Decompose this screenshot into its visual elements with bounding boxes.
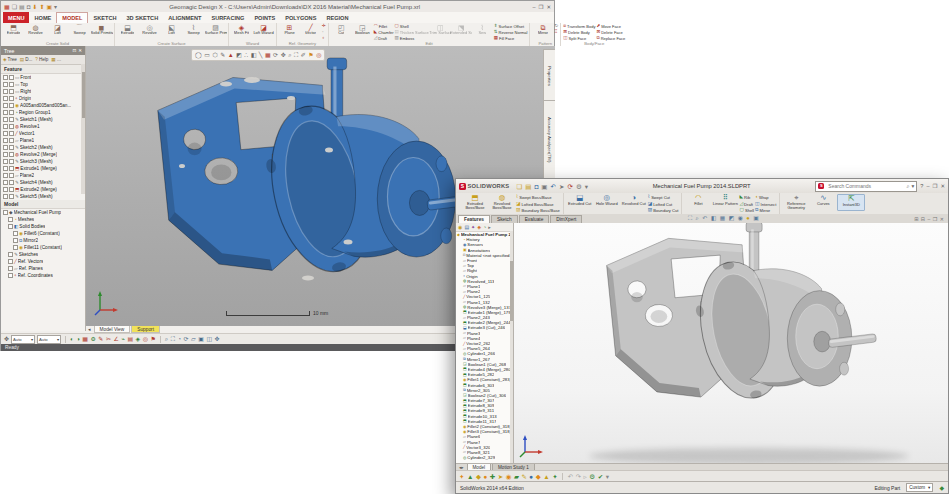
expand-toggle-icon[interactable] (3, 82, 8, 87)
gx-panel-tab[interactable]: ?Help (35, 57, 48, 62)
ref-point-icon[interactable]: ✛ (322, 24, 326, 29)
gx-feature-item[interactable]: ⌖ Origin (1, 95, 85, 102)
expand-toggle-icon[interactable] (8, 224, 13, 229)
gx-model-item[interactable]: ✎ Sketches (1, 251, 85, 258)
expand-toggle-icon[interactable] (3, 180, 8, 185)
sw-ribbon-button[interactable]: ⌇Swept Boss/Base (516, 195, 560, 201)
expand-toggle-icon[interactable] (3, 75, 8, 80)
visibility-toggle-icon[interactable] (9, 124, 14, 129)
edit-mode-icon[interactable]: ✐ (301, 52, 306, 58)
gx-ribbon-button[interactable]: ⇅Reverse Normal (494, 30, 528, 35)
gx-feature-item[interactable]: ◔ Region Group1 (1, 109, 85, 116)
sw-ribbon-button[interactable]: ∿Curves (810, 194, 836, 211)
gx-feature-item[interactable]: ✎ Sketch5 (Mesh) (1, 193, 85, 200)
sketch-tool-icon[interactable]: ✎ (98, 336, 103, 342)
add-tool-icon[interactable]: ✚ (490, 473, 495, 480)
sw-viewport[interactable] (514, 223, 948, 464)
expand-toggle-icon[interactable] (3, 103, 8, 108)
sw-search-box[interactable]: S ⌕ ▾ (815, 181, 917, 192)
expand-toggle-icon[interactable] (3, 145, 8, 150)
expand-toggle-icon[interactable] (8, 273, 13, 278)
appearance-icon[interactable]: ● (746, 215, 750, 221)
open-file-icon[interactable]: ▤ (19, 4, 25, 10)
sw-ribbon-button[interactable]: ◑Revolved Cut (621, 194, 647, 206)
sw-window-control-button[interactable]: ❐ (932, 183, 937, 189)
gx-filter-combo-2[interactable]: Auto▾ (37, 335, 61, 344)
sw-ribbon-button[interactable]: ◣Rib (739, 195, 754, 201)
gx-menu-tab[interactable]: POINTS (249, 12, 280, 23)
macro-caret-icon[interactable]: ▾ (606, 473, 609, 480)
gx-panel-header-button[interactable]: ✕ (78, 48, 82, 53)
visibility-toggle-icon[interactable] (9, 96, 14, 101)
sw-tree-scrollbar[interactable] (510, 231, 514, 464)
target-display-icon[interactable]: ◎ (143, 336, 148, 342)
gx-view-tab[interactable]: Model View (94, 326, 131, 333)
new-doc-icon[interactable]: ❏ (516, 183, 522, 190)
gx-feature-item[interactable]: ⬒ Extrude1 (Merge) (1, 165, 85, 172)
sw-ribbon-button[interactable]: ▨Boundary Cut (648, 208, 679, 214)
gx-ribbon-button[interactable]: ◎Revolve (139, 24, 160, 35)
sw-doc-window-button[interactable]: ❐ (933, 216, 937, 222)
sw-ribbon-button[interactable]: ◠Fillet (685, 194, 711, 206)
sw-ribbon-button[interactable]: ⇱Instant3D (837, 194, 865, 211)
check-macro-icon[interactable]: ✔ (598, 473, 603, 480)
sw-doc-window-button[interactable]: ✕ (940, 216, 944, 222)
expand-toggle-icon[interactable] (3, 124, 8, 129)
gx-menu-tab[interactable]: SKETCH (88, 12, 121, 23)
gx-feature-item[interactable]: ✎ Sketch1 (Mesh) (1, 116, 85, 123)
sw-feature-tree-item[interactable]: ◆ Mechanical Fuel Pump 2014 (D (456, 232, 513, 237)
sw-ribbon-button[interactable]: ⬓Extruded Cut (567, 194, 593, 206)
sw-ribbon-button[interactable]: ◫Intersect (755, 202, 776, 208)
selection-filter-icon[interactable]: ✥ (4, 336, 9, 342)
select-circle-icon[interactable]: ◯ (195, 52, 202, 58)
view-wireframe-icon[interactable]: ◑ (76, 336, 80, 342)
gx-panel-header-button[interactable]: ⊡ (72, 48, 76, 53)
gx-ribbon-button[interactable]: ◫Trim Surface (430, 24, 451, 35)
expand-toggle-icon[interactable] (3, 152, 8, 157)
expand-toggle-icon[interactable] (3, 138, 8, 143)
gx-ribbon-button[interactable]: ⧈Transform Body (563, 24, 595, 29)
gx-panel-tab[interactable]: ◈Tree (3, 57, 17, 62)
sw-doc-window-button[interactable]: – (928, 216, 931, 222)
sync-macro-icon[interactable]: ⚙ (589, 473, 595, 480)
gx-filter-combo-1[interactable]: Auto▾ (11, 335, 35, 344)
send-tool-icon[interactable]: ➤ (498, 473, 503, 480)
gx-feature-item[interactable]: ◍ Revolve2 (Merge) (1, 151, 85, 158)
gx-ribbon-button[interactable]: ◼Solid Primitive (91, 24, 112, 35)
gx-ribbon-button[interactable]: ⊞Plane (279, 24, 300, 35)
save-icon[interactable]: ◘ (27, 4, 31, 10)
hide-show-icon[interactable]: ◉ (738, 215, 743, 221)
zoom-view-icon[interactable]: ⌕ (288, 52, 291, 58)
visibility-toggle-icon[interactable] (9, 138, 14, 143)
zoom-fit-icon[interactable]: ⛶ (688, 215, 692, 221)
select-paint-icon[interactable]: ✎ (220, 52, 225, 58)
gx-model-item[interactable]: ◧ Solid Bodies (1, 223, 85, 230)
expand-toggle-icon[interactable] (13, 245, 18, 250)
displaymanager-icon[interactable]: ◔ (483, 224, 486, 230)
gx-model-item[interactable]: ▱ Ref. Planes (1, 265, 85, 272)
gx-ribbon-button[interactable]: ◲Boolean (352, 24, 373, 35)
angle-tool-icon[interactable]: ∠ (113, 336, 118, 342)
print-icon[interactable]: ▣ (541, 183, 547, 190)
sw-cm-tab[interactable]: Features (458, 215, 490, 223)
gx-menu-tab[interactable]: ALIGNMENT (163, 12, 206, 23)
featuremanager-icon[interactable]: ◉ (458, 224, 462, 230)
region-tool-icon[interactable]: ◆ (476, 473, 481, 480)
gx-menu-tab[interactable]: SURFACING (206, 12, 249, 23)
sw-ribbon-button[interactable]: ◎Hole Wizard (594, 194, 620, 206)
gx-ribbon-button[interactable]: ╱Vector (300, 24, 321, 35)
play-macro-icon[interactable]: ▹ (584, 473, 587, 480)
configurationmanager-icon[interactable]: ✦ (471, 224, 475, 230)
visibility-toggle-icon[interactable] (9, 166, 14, 171)
visibility-toggle-icon[interactable] (9, 187, 14, 192)
gx-menu-tab[interactable]: MENU (3, 12, 29, 23)
expand-toggle-icon[interactable] (8, 259, 13, 264)
gx-ribbon-button[interactable]: ⬔Extended Surface (451, 24, 472, 35)
orbit-tool-icon[interactable]: ◔ (177, 336, 181, 342)
gx-view-tab-prev-arrow[interactable]: ◂ (86, 326, 93, 333)
gx-feature-item[interactable]: ▭ Top (1, 81, 85, 88)
gx-model-item[interactable]: ⌖ Ref. Coordinates (1, 272, 85, 279)
select-polyline-icon[interactable]: ⬡ (212, 52, 217, 58)
export-icon[interactable]: ⬆ (39, 4, 44, 10)
draw-line-icon[interactable]: ╲ (259, 52, 263, 58)
